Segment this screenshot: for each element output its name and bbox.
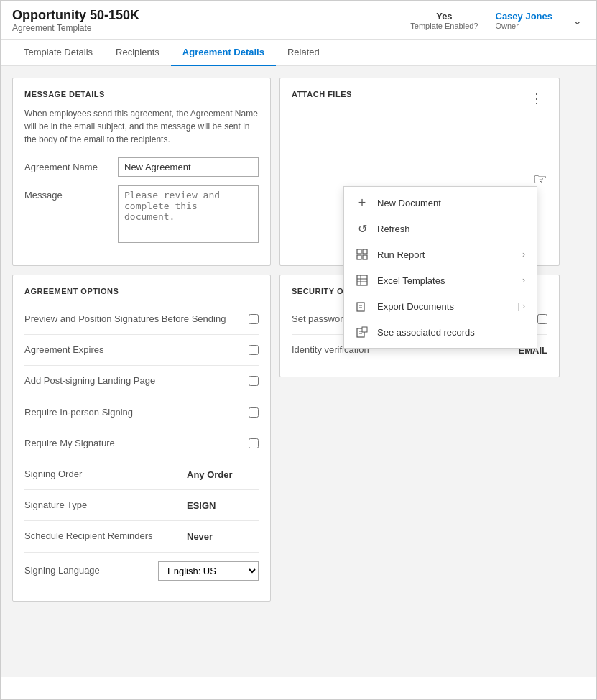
option-reminders-value: Never — [187, 531, 259, 542]
option-my-signature-label: Require My Signature — [24, 437, 249, 450]
export-documents-icon — [356, 300, 369, 313]
owner-label: Owner — [496, 22, 553, 30]
tab-agreement-details[interactable]: Agreement Details — [171, 40, 276, 66]
see-associated-label: See associated records — [377, 327, 475, 338]
dropdown-item-excel-templates[interactable]: Excel Templates › — [344, 267, 537, 293]
option-signature-type-label: Signature Type — [24, 499, 187, 512]
option-my-signature: Require My Signature — [24, 428, 259, 459]
option-agreement-expires-label: Agreement Expires — [24, 344, 249, 356]
security-password-pdf-checkbox[interactable] — [537, 314, 547, 324]
message-field — [118, 185, 259, 245]
header-right-section: Yes Template Enabled? Casey Jones Owner … — [410, 11, 585, 30]
agreement-name-label: Agreement Name — [24, 157, 118, 172]
dropdown-item-see-associated[interactable]: See associated records — [344, 319, 537, 345]
attach-files-panel: ATTACH FILES ⋮ + New Document ↺ Refresh — [279, 78, 560, 266]
new-document-label: New Document — [377, 198, 441, 208]
dropdown-item-refresh[interactable]: ↺ Refresh — [344, 216, 537, 241]
option-post-signing-label: Add Post-signing Landing Page — [24, 374, 249, 387]
option-signing-language-select[interactable]: English: US French German Spanish — [158, 561, 259, 581]
dropdown-item-export-documents[interactable]: Export Documents | › — [344, 293, 537, 319]
main-content: MESSAGE DETAILS When employees send this… — [1, 66, 596, 677]
message-textarea[interactable] — [118, 185, 259, 243]
run-report-icon — [356, 248, 369, 261]
agreement-name-input[interactable] — [118, 157, 259, 177]
message-label: Message — [24, 185, 118, 201]
excel-templates-label: Excel Templates — [377, 275, 445, 286]
option-agreement-expires: Agreement Expires — [24, 335, 259, 366]
option-in-person-checkbox[interactable] — [249, 407, 259, 418]
option-my-signature-checkbox[interactable] — [249, 438, 259, 448]
option-reminders-label: Schedule Recipient Reminders — [24, 530, 187, 543]
page-header: Opportunity 50-150K Agreement Template Y… — [1, 1, 596, 40]
option-signing-order-label: Signing Order — [24, 468, 187, 481]
option-post-signing-checkbox[interactable] — [249, 376, 259, 386]
dropdown-menu: + New Document ↺ Refresh — [343, 186, 537, 349]
message-description: When employees send this agreement, the … — [24, 107, 259, 146]
template-enabled-label: Template Enabled? — [410, 22, 478, 30]
option-agreement-expires-checkbox[interactable] — [249, 345, 259, 355]
page-title: Opportunity 50-150K — [12, 8, 139, 23]
agreement-name-field — [118, 157, 259, 177]
agreement-options-panel: AGREEMENT OPTIONS Preview and Position S… — [12, 275, 271, 602]
option-signing-language-label: Signing Language — [24, 564, 158, 577]
option-signing-language: Signing Language English: US French Germ… — [24, 553, 259, 589]
agreement-options-title: AGREEMENT OPTIONS — [24, 287, 259, 295]
tab-related[interactable]: Related — [276, 40, 331, 66]
svg-rect-4 — [357, 275, 367, 285]
template-enabled-meta: Yes Template Enabled? — [410, 11, 478, 30]
run-report-chevron: › — [522, 249, 525, 259]
option-preview-position-checkbox[interactable] — [249, 314, 259, 324]
excel-templates-icon — [356, 274, 369, 287]
option-signing-order: Signing Order Any Order — [24, 459, 259, 490]
message-details-panel: MESSAGE DETAILS When employees send this… — [12, 78, 271, 266]
option-signature-type: Signature Type ESIGN — [24, 490, 259, 521]
dropdown-item-run-report[interactable]: Run Report › — [344, 241, 537, 267]
svg-rect-14 — [362, 327, 367, 332]
export-documents-label: Export Documents — [377, 301, 454, 312]
option-signing-order-value: Any Order — [187, 469, 259, 480]
message-details-title: MESSAGE DETAILS — [24, 90, 259, 98]
option-preview-position-label: Preview and Position Signatures Before S… — [24, 313, 249, 326]
option-preview-position: Preview and Position Signatures Before S… — [24, 304, 259, 335]
tab-recipients[interactable]: Recipients — [104, 40, 171, 66]
option-post-signing: Add Post-signing Landing Page — [24, 366, 259, 397]
header-title-section: Opportunity 50-150K Agreement Template — [12, 8, 139, 33]
owner-name[interactable]: Casey Jones — [496, 11, 553, 22]
refresh-icon: ↺ — [356, 222, 369, 235]
svg-rect-8 — [357, 303, 364, 311]
option-signature-type-value: ESIGN — [187, 500, 259, 511]
svg-rect-1 — [363, 249, 367, 254]
template-enabled-value: Yes — [410, 11, 478, 22]
agreement-name-row: Agreement Name — [24, 157, 259, 177]
run-report-label: Run Report — [377, 249, 425, 260]
attach-files-header: ATTACH FILES ⋮ — [292, 90, 547, 107]
page-subtitle: Agreement Template — [12, 23, 139, 33]
tab-template-details[interactable]: Template Details — [12, 40, 104, 66]
svg-rect-0 — [357, 249, 361, 254]
excel-templates-chevron: › — [522, 275, 525, 285]
svg-rect-3 — [363, 255, 367, 259]
option-in-person: Require In-person Signing — [24, 397, 259, 428]
refresh-label: Refresh — [377, 224, 410, 234]
header-chevron-button[interactable]: ⌄ — [570, 11, 585, 30]
option-reminders: Schedule Recipient Reminders Never — [24, 521, 259, 552]
option-in-person-label: Require In-person Signing — [24, 406, 249, 419]
export-divider: | — [517, 301, 519, 311]
new-document-icon: + — [356, 196, 369, 209]
export-documents-chevron: › — [522, 301, 525, 311]
see-associated-icon — [356, 326, 369, 339]
message-row: Message — [24, 185, 259, 245]
owner-section: Casey Jones Owner — [496, 11, 553, 30]
dropdown-item-new-document[interactable]: + New Document — [344, 190, 537, 216]
more-options-button[interactable]: ⋮ — [526, 91, 547, 106]
svg-rect-2 — [357, 255, 361, 259]
tabs-bar: Template Details Recipients Agreement De… — [1, 40, 596, 66]
attach-files-title: ATTACH FILES — [292, 90, 352, 98]
